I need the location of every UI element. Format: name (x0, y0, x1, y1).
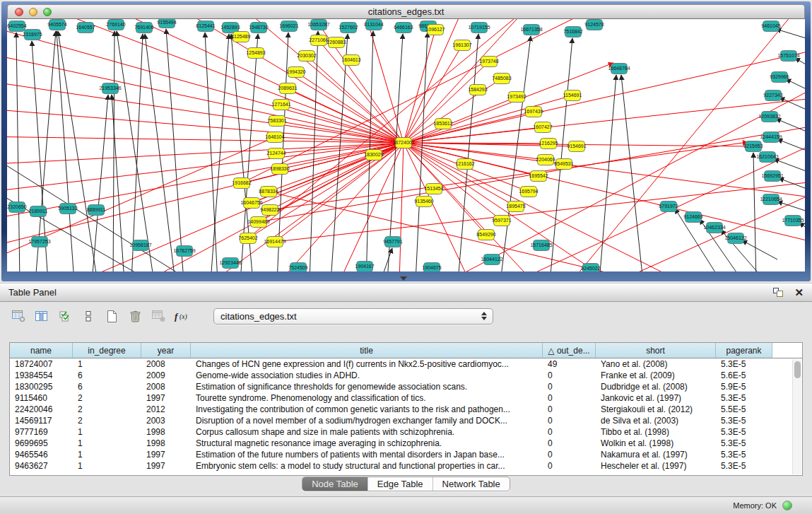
citation-edge[interactable] (270, 143, 404, 210)
edge[interactable] (113, 31, 114, 271)
graph-node[interactable]: 9405574 (47, 20, 66, 30)
column-header-short[interactable]: short (596, 343, 716, 358)
graph-node[interactable]: 1973748 (479, 57, 498, 67)
graph-node[interactable]: 2271060 (309, 35, 328, 46)
graph-node[interactable]: 12093832 (758, 112, 780, 122)
graph-node[interactable]: 8549531 (554, 159, 573, 170)
graph-node[interactable]: 2260883 (326, 37, 346, 48)
table-row[interactable]: 1938455462009Genome-wide association stu… (10, 370, 792, 381)
graph-node[interactable]: 7524509 (288, 263, 307, 272)
select-visible-icon[interactable] (57, 308, 73, 325)
graph-node[interactable]: 8889911 (87, 205, 106, 216)
graph-node[interactable]: 2320650 (7, 202, 26, 213)
edge[interactable] (58, 31, 98, 271)
citation-edge[interactable] (404, 143, 486, 235)
graph-node[interactable]: 1640557 (76, 23, 95, 33)
graph-node[interactable]: 9135460 (414, 197, 433, 207)
graph-node[interactable]: 8125441 (196, 21, 215, 32)
edge[interactable] (786, 79, 805, 99)
graph-node[interactable]: 15716485 (530, 240, 552, 251)
tab-network-table[interactable]: Network Table (433, 477, 510, 491)
graph-node[interactable]: 8131044 (364, 20, 383, 30)
graph-node[interactable]: 1584293 (468, 85, 487, 95)
graph-node[interactable]: 1216295 (539, 139, 558, 149)
show-columns-icon[interactable] (33, 308, 50, 325)
graph-node[interactable]: 21953346 (99, 83, 121, 94)
minimize-window-icon[interactable] (29, 8, 37, 16)
graph-node[interactable]: 9155494 (157, 19, 176, 28)
column-header-name[interactable]: name (10, 343, 73, 358)
table-row[interactable]: 946362711997Embryonic stem cells: a mode… (10, 460, 792, 472)
graph-node[interactable]: 2089631 (278, 83, 297, 94)
window-titlebar[interactable]: citations_edges.txt (7, 4, 805, 19)
graph-node[interactable]: 1271641 (271, 100, 290, 110)
graph-node[interactable]: 7625402 (238, 233, 257, 244)
edge[interactable] (380, 248, 392, 271)
graph-node[interactable]: 12444159 (760, 132, 782, 143)
graph-node[interactable]: 10719155 (468, 23, 490, 33)
citation-edge[interactable] (399, 143, 404, 271)
citation-network-graph[interactable]: 6402554231897594055741640557276914076914… (7, 19, 805, 271)
citation-edge[interactable] (404, 45, 462, 143)
graph-node[interactable]: 18724007 (392, 138, 414, 148)
graph-node[interactable]: 17710355 (782, 216, 804, 226)
graph-node[interactable]: 12210654 (760, 194, 782, 205)
graph-node[interactable]: 2204069 (536, 155, 555, 165)
graph-node[interactable]: 1916682 (232, 178, 251, 189)
graph-node[interactable]: 16648784 (608, 64, 630, 74)
citation-edge[interactable] (447, 81, 805, 271)
edge[interactable] (145, 34, 175, 271)
graph-node[interactable]: 1096127 (425, 25, 445, 35)
graph-node[interactable]: 16046756 (240, 198, 262, 209)
graph-node[interactable]: 14099489 (247, 217, 269, 228)
graph-node[interactable]: 10958187 (129, 240, 151, 251)
edge[interactable] (92, 95, 108, 271)
graph-node[interactable]: 16671358 (520, 25, 542, 35)
graph-node[interactable]: 10462334 (703, 223, 725, 233)
graph-node[interactable]: 1904167 (355, 262, 374, 272)
graph-node[interactable]: 5905133 (58, 204, 77, 214)
delete-column-icon[interactable] (150, 308, 167, 325)
table-settings-icon[interactable] (10, 308, 27, 325)
column-header-pagerank[interactable]: pagerank (716, 343, 772, 358)
graph-node[interactable]: 1898330 (270, 164, 289, 175)
column-header-year[interactable]: year (141, 343, 191, 358)
edge[interactable] (776, 29, 805, 40)
graph-node[interactable]: 9154691 (567, 141, 586, 152)
table-select-dropdown[interactable]: citations_edges.txt (213, 308, 493, 325)
new-table-icon[interactable] (103, 308, 120, 325)
graph-node[interactable]: 15046122 (724, 233, 746, 244)
table-row[interactable]: 2242004622012Investigating the contribut… (10, 404, 792, 415)
table-row[interactable]: 946554611997Estimation of the future num… (10, 449, 792, 460)
graph-node[interactable]: 1895475 (506, 201, 525, 212)
graph-node[interactable]: 16044122 (481, 255, 502, 265)
graph-node[interactable]: 1697439 (524, 107, 543, 117)
graph-node[interactable]: 1527602 (339, 23, 358, 33)
graph-node[interactable]: 1548730 (249, 23, 268, 33)
graph-node[interactable]: 8878334 (259, 187, 278, 197)
tab-edge-table[interactable]: Edge Table (368, 477, 433, 491)
column-header-in_degree[interactable]: in_degree (73, 343, 141, 358)
graph-node[interactable]: 16782759 (173, 246, 195, 257)
table-row[interactable]: 969969511998Structural magnetic resonanc… (10, 438, 792, 449)
citation-edge[interactable] (364, 19, 404, 143)
graph-node[interactable]: 6791972 (659, 201, 678, 212)
graph-node[interactable]: 1853612 (433, 119, 452, 129)
scrollbar-thumb[interactable] (794, 361, 801, 378)
graph-node[interactable]: 1513454 (424, 184, 443, 194)
close-panel-icon[interactable]: ✕ (794, 288, 804, 298)
graph-node[interactable]: 9498222 (260, 205, 279, 216)
graph-node[interactable]: 17957253 (28, 237, 50, 247)
graph-node[interactable]: 9597371 (492, 216, 511, 226)
graph-node[interactable]: 2769140 (106, 20, 125, 30)
graph-node[interactable]: 1695542 (529, 171, 548, 182)
graph-node[interactable]: 16914479 (264, 237, 286, 247)
table-row[interactable]: 1872400712008Changes of HCN gene express… (10, 358, 792, 370)
graph-node[interactable]: 7485083 (492, 74, 511, 84)
table-row[interactable]: 977716911998Corpus callosum shape and si… (10, 426, 792, 438)
citation-edge[interactable] (571, 19, 797, 271)
graph-node[interactable]: 12923448 (219, 258, 241, 269)
graph-node[interactable]: 1695794 (519, 187, 538, 197)
graph-node[interactable]: 9124578 (584, 20, 604, 30)
graph-node[interactable]: 10653287 (307, 20, 329, 30)
